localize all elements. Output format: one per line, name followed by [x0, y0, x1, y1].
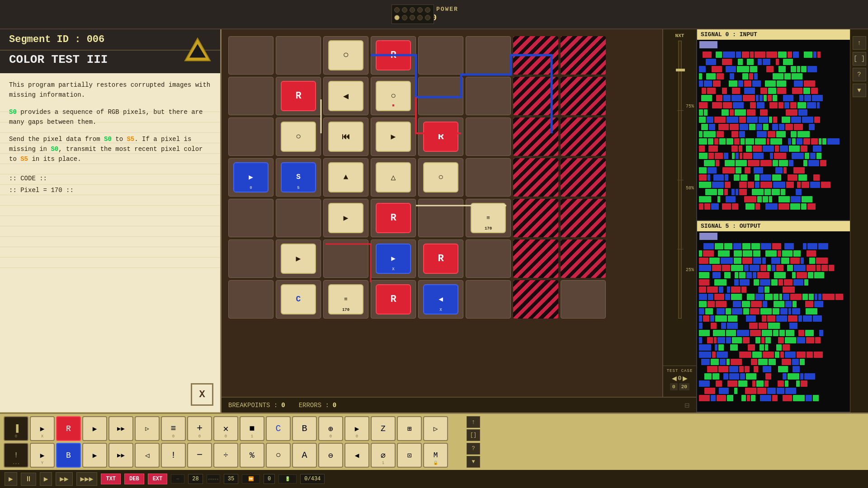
signal-block	[740, 373, 745, 380]
chip-R-3[interactable]: R	[423, 122, 458, 151]
signal-row	[699, 145, 848, 152]
strip-btn-bracket[interactable]: [ ]	[853, 52, 866, 66]
signal-block	[802, 117, 813, 123]
tb-btn-skip[interactable]: ▷	[135, 416, 160, 441]
chip-play-3[interactable]: ▶	[281, 244, 316, 273]
chip-R-6[interactable]: R	[376, 284, 411, 314]
tb-btn-B-blue[interactable]: B	[56, 443, 81, 468]
ctrl-step[interactable]: ▶	[40, 472, 52, 486]
tb-btn-tri-r2[interactable]: ▷	[423, 416, 448, 441]
tb-btn-grid[interactable]: ⊞	[397, 416, 422, 441]
tc-prev-btn[interactable]: ◀	[672, 375, 677, 382]
cell-5-8	[561, 199, 606, 237]
chip-play-2[interactable]: ▶	[328, 203, 363, 233]
tb-btn-grid2[interactable]: ⊡	[397, 443, 422, 468]
ctrl-val-0: 0	[264, 474, 275, 484]
chip-up-1[interactable]: ▲	[328, 162, 363, 192]
chip-circle-3[interactable]: ○	[281, 122, 316, 151]
chip-circle-1[interactable]: ○	[328, 40, 363, 70]
chip-play-1[interactable]: ▶	[376, 122, 411, 151]
tb-btn-play2[interactable]: ▶	[82, 443, 107, 468]
signal-block	[785, 380, 788, 387]
tb-btn-B[interactable]: B	[292, 416, 317, 441]
signal-block	[716, 160, 719, 166]
chip-triangle[interactable]: △	[376, 162, 411, 192]
rstrip-btn2[interactable]: []	[467, 429, 480, 441]
tb-btn-div[interactable]: ÷	[213, 443, 238, 468]
chip-R-5[interactable]: R	[423, 244, 458, 273]
rstrip-btn4[interactable]: ▼	[467, 456, 480, 468]
chip-back-1[interactable]: ◀	[328, 81, 363, 111]
tb-btn-tri-r[interactable]: ▶0	[344, 416, 369, 441]
signal-block	[763, 196, 768, 202]
tb-btn-play1[interactable]: ▶	[82, 416, 107, 441]
slider-handle[interactable]	[676, 69, 685, 71]
ctrl-deb[interactable]: DEB	[124, 474, 144, 484]
chip-play-blue-2[interactable]: ▶X	[376, 244, 411, 273]
slider-track[interactable]	[678, 41, 682, 319]
tb-btn-slash[interactable]: ∅1	[371, 443, 396, 468]
ctrl-fff[interactable]: ▶▶▶	[76, 472, 98, 486]
tb-btn-Z[interactable]: Z	[371, 416, 396, 441]
tb-btn-x[interactable]: ✕0	[213, 416, 238, 441]
ctrl-ext[interactable]: EXT	[148, 474, 168, 484]
tb-btn-R[interactable]: R	[56, 416, 81, 441]
chip-R-2[interactable]: R	[281, 81, 316, 111]
ctrl-ff[interactable]: ▶▶	[56, 472, 72, 486]
ctrl-txt[interactable]: TXT	[101, 474, 121, 484]
tb-btn-back[interactable]: ◁	[135, 443, 160, 468]
signal-block	[707, 117, 713, 123]
tb-btn-oplus[interactable]: ⊕0	[318, 416, 343, 441]
ctrl-pause[interactable]: ⏸	[21, 473, 36, 486]
signal-block	[769, 102, 778, 108]
chip-C[interactable]: C	[281, 284, 316, 314]
chip-R-4[interactable]: R	[376, 203, 411, 233]
rstrip-btn1[interactable]: ↑	[467, 416, 480, 428]
tb-btn-minus[interactable]: −	[187, 443, 212, 468]
strip-btn-q[interactable]: ?	[853, 68, 866, 81]
tb-btn-play-y[interactable]: ▶Y	[30, 443, 55, 468]
tb-btn-ominus[interactable]: ⊖	[318, 443, 343, 468]
tb-btn-ff[interactable]: ▶▶	[108, 416, 133, 441]
cell-6-2: ▶	[276, 239, 321, 278]
signal-block	[813, 315, 822, 322]
tb-btn-excl[interactable]: !	[161, 443, 186, 468]
tb-btn-pct[interactable]: %	[240, 443, 264, 468]
ctrl-play-slow[interactable]: ▶	[5, 472, 17, 486]
chip-circle-4[interactable]: ○	[423, 162, 458, 192]
signal-block	[755, 174, 760, 181]
tb-btn-eq[interactable]: ≡0	[161, 416, 186, 441]
signal-row	[699, 124, 848, 130]
strip-btn-arrow[interactable]: ↑	[853, 36, 866, 50]
signal-block	[708, 294, 713, 300]
tc-next-btn[interactable]: ▶	[683, 375, 688, 382]
tb-btn-ff2[interactable]: ▶▶	[108, 443, 133, 468]
tb-btn-tri-l[interactable]: ◀	[344, 443, 369, 468]
tb-btn-active-i[interactable]: ▐0	[4, 416, 28, 441]
chip-play-blue-1[interactable]: ▶0	[233, 162, 269, 192]
signal-block	[755, 337, 760, 343]
expand-btn[interactable]: ⊟	[684, 400, 689, 410]
tb-btn-play-x[interactable]: ▶X	[30, 416, 55, 441]
chip-eq-170-2[interactable]: ≡170	[328, 284, 363, 314]
signal-block	[708, 153, 714, 159]
tb-btn-A[interactable]: A	[292, 443, 317, 468]
tb-btn-plus[interactable]: +0	[187, 416, 212, 441]
chip-circle-2[interactable]: ○■	[376, 81, 411, 111]
strip-btn-tri[interactable]: ▼	[853, 84, 866, 97]
tb-btn-circ[interactable]: ○	[266, 443, 291, 468]
chip-eq-170[interactable]: ≡170	[471, 203, 506, 233]
signal-block	[783, 95, 793, 101]
tb-btn-square[interactable]: ■1	[240, 416, 264, 441]
signal-block	[785, 352, 796, 358]
rstrip-btn3[interactable]: ?	[467, 443, 480, 455]
close-button[interactable]: X	[191, 383, 213, 406]
chip-back-blue[interactable]: ◀X	[423, 284, 458, 314]
tb-btn-C[interactable]: C	[266, 416, 291, 441]
signal-block	[814, 352, 823, 358]
tb-btn-bang[interactable]: !...	[4, 443, 28, 468]
tb-btn-M[interactable]: M🔒	[423, 443, 448, 468]
chip-R-1[interactable]: R	[376, 40, 411, 70]
chip-rewind[interactable]: ⏮	[328, 122, 363, 151]
chip-S[interactable]: S5	[281, 162, 316, 192]
